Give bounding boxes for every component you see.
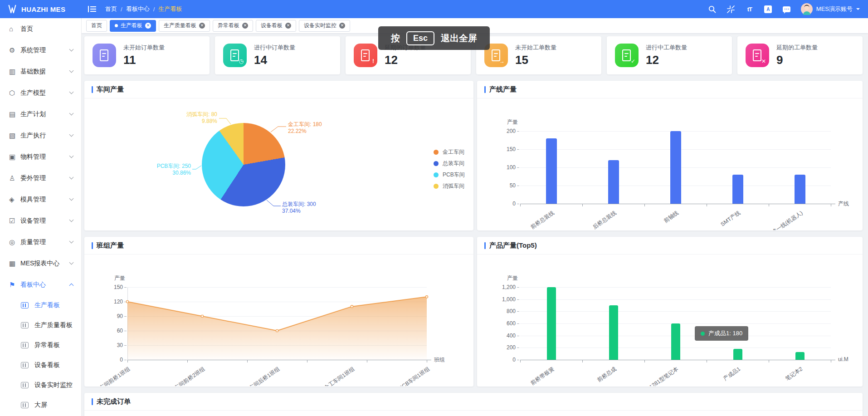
- pie-label-value: 金工车间: 180: [288, 121, 322, 128]
- mold-icon: ◈: [9, 196, 20, 204]
- x-tick-mark: [707, 204, 707, 206]
- team-output-card: 班组产量 产量0306090120150班组总装车间前桥1班组总装车间前桥2班组…: [84, 237, 473, 387]
- base-data-icon: ▥: [9, 68, 20, 76]
- chevron-down-icon: [69, 154, 74, 158]
- app-logo[interactable]: HUAZHI MES: [0, 4, 82, 14]
- product-top5-bar-chart: 产量02004006008001,0001,200ui.M前桥带板簧前桥总成12…: [477, 254, 863, 386]
- workshop-output-card: 车间产量 金工车间: 18022.22%总装车间: 30037.04%PCB车间…: [84, 81, 473, 230]
- stat-label: 进行中订单数量: [254, 44, 295, 52]
- translate-icon[interactable]: A: [764, 5, 773, 14]
- sidebar-subitem-生产质量看板[interactable]: 生产质量看板: [0, 315, 81, 335]
- tab-生产看板[interactable]: 生产看板✕: [110, 20, 156, 32]
- pie-label-PCB车间: PCB车间: 25030.86%: [132, 163, 191, 176]
- card-title: 未完成订单: [97, 397, 131, 406]
- sidebar-item-生产计划[interactable]: ▤生产计划: [0, 103, 81, 125]
- chevron-down-icon: [69, 69, 74, 73]
- x-axis-line: [520, 204, 835, 204]
- tab-生产质量看板[interactable]: 生产质量看板✕: [159, 20, 210, 32]
- sidebar-item-看板中心[interactable]: ⚑看板中心: [0, 274, 81, 295]
- breadcrumb-current: 生产看板: [158, 5, 182, 13]
- sidebar-item-质量管理[interactable]: ◎质量管理: [0, 231, 81, 253]
- sidebar-item-生产模型[interactable]: ⬡生产模型: [0, 82, 81, 103]
- chevron-down-icon: [69, 239, 74, 244]
- badge-glyph: !: [372, 59, 374, 64]
- board-icon: [21, 342, 29, 348]
- y-axis-name: 产量: [100, 274, 125, 282]
- card-title: 产品产量(Top5): [489, 241, 537, 250]
- stat-label: 延期的工单数量: [776, 44, 818, 52]
- tooltip-series-dot: [701, 332, 705, 336]
- x-category-label: 后桥总装线: [591, 209, 618, 230]
- sidebar-item-生产执行[interactable]: ▧生产执行: [0, 125, 81, 146]
- y-axis-name: 产量: [493, 118, 518, 126]
- x-axis-name: 产线: [838, 200, 849, 208]
- tab-设备实时监控[interactable]: 设备实时监控✕: [299, 20, 350, 32]
- gridline: [127, 316, 427, 317]
- chevron-down-icon: [69, 175, 74, 180]
- chevron-down-icon: [69, 47, 74, 52]
- stat-value: 11: [123, 53, 165, 67]
- tab-label: 生产看板: [121, 22, 142, 29]
- bar-前桥总成: [609, 305, 618, 360]
- sidebar-item-模具管理[interactable]: ◈模具管理: [0, 189, 81, 210]
- sidebar-subitem-生产看板[interactable]: 生产看板: [0, 295, 81, 315]
- close-icon[interactable]: ✕: [285, 23, 291, 29]
- y-tick-mark: [517, 167, 519, 168]
- sidebar-item-委外管理[interactable]: ♙委外管理: [0, 167, 81, 189]
- y-tick-label: 0: [492, 357, 516, 363]
- material-icon: ▣: [9, 153, 20, 161]
- y-tick-mark: [124, 302, 127, 302]
- sidebar-item-MES报表中心[interactable]: ▦MES报表中心: [0, 253, 81, 274]
- legend-item-PCB车间[interactable]: PCB车间: [434, 171, 465, 179]
- close-icon[interactable]: ✕: [199, 23, 205, 29]
- sidebar-subitem-异常看板[interactable]: 异常看板: [0, 335, 81, 355]
- user-menu[interactable]: MES演示账号: [801, 3, 860, 15]
- sidebar-item-系统管理[interactable]: ⚙系统管理: [0, 39, 81, 61]
- message-icon[interactable]: [782, 5, 791, 14]
- close-icon[interactable]: ✕: [339, 23, 345, 29]
- sidebar-item-物料管理[interactable]: ▣物料管理: [0, 146, 81, 167]
- y-tick-label: 100: [492, 164, 516, 171]
- pie-label-percent: 22.22%: [288, 128, 322, 135]
- legend-label: 金工车间: [443, 148, 464, 156]
- search-icon[interactable]: [708, 5, 717, 14]
- chart-tooltip: 产成品1: 180: [695, 326, 748, 341]
- sidebar-item-基础数据[interactable]: ▥基础数据: [0, 61, 81, 82]
- close-icon[interactable]: ✕: [242, 23, 248, 29]
- collapse-menu-icon[interactable]: [88, 5, 96, 13]
- tab-设备看板[interactable]: 设备看板✕: [256, 20, 296, 32]
- legend-label: 消弧车间: [443, 182, 464, 190]
- tab-异常看板[interactable]: 异常看板✕: [213, 20, 253, 32]
- tab-首页[interactable]: 首页: [86, 20, 107, 32]
- exit-fullscreen-icon[interactable]: [727, 5, 736, 14]
- legend-item-金工车间[interactable]: 金工车间: [434, 148, 465, 156]
- sidebar-subitem-设备实时监控[interactable]: 设备实时监控: [0, 375, 81, 395]
- y-tick-mark: [517, 360, 519, 360]
- legend-item-消弧车间[interactable]: 消弧车间: [434, 182, 465, 190]
- y-tick-label: 1,200: [492, 284, 516, 290]
- x-tick-mark: [367, 360, 367, 362]
- gridline: [127, 302, 427, 302]
- close-icon[interactable]: ✕: [145, 23, 151, 29]
- esc-key: Esc: [406, 31, 434, 45]
- breadcrumb-board-center[interactable]: 看板中心: [126, 5, 150, 13]
- sidebar-item-label: 生产模型: [20, 89, 46, 97]
- sidebar-subitem-设备看板[interactable]: 设备看板: [0, 355, 81, 375]
- breadcrumb-home[interactable]: 首页: [105, 5, 117, 13]
- sidebar-subitem-大屏[interactable]: 大屏: [0, 395, 81, 415]
- dashboard-center-icon: ⚑: [9, 281, 20, 289]
- x-axis-line: [127, 360, 431, 360]
- sidebar-item-label: 设备管理: [20, 217, 46, 225]
- card-header: 未完成订单: [84, 393, 863, 411]
- sidebar-item-首页[interactable]: ⌂首页: [0, 18, 81, 39]
- board-icon: [21, 302, 29, 308]
- legend-item-总装车间[interactable]: 总装车间: [434, 160, 465, 167]
- sidebar-menu: ⌂首页⚙系统管理▥基础数据⬡生产模型▤生产计划▧生产执行▣物料管理♙委外管理◈模…: [0, 18, 82, 416]
- sidebar-item-设备管理[interactable]: ☑设备管理: [0, 210, 81, 231]
- y-tick-mark: [517, 287, 519, 288]
- report-center-icon: ▦: [9, 259, 20, 268]
- font-size-icon[interactable]: tT: [745, 5, 754, 14]
- pie-label-消弧车间: 消弧车间: 809.88%: [160, 111, 217, 125]
- pie-graphic: [202, 123, 285, 206]
- stat-label: 未开始订单数量: [123, 44, 165, 52]
